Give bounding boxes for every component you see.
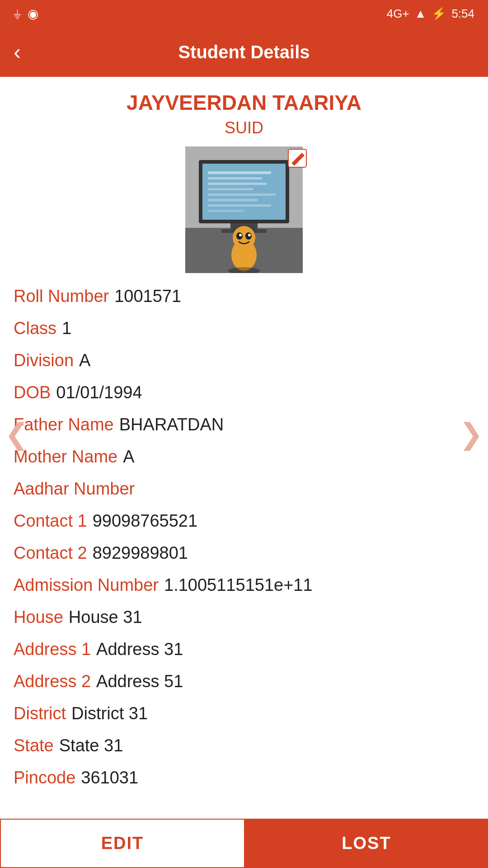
detail-row-0: Roll Number1001571	[14, 287, 474, 306]
detail-row-8: Contact 28929989801	[14, 543, 474, 563]
detail-row-11: Address 1Address 31	[14, 640, 474, 659]
edit-button[interactable]: EDIT	[0, 819, 245, 868]
detail-value-15: 361031	[81, 768, 138, 788]
detail-row-7: Contact 199098765521	[14, 511, 474, 531]
detail-value-10: House 31	[69, 608, 142, 627]
detail-value-13: District 31	[71, 704, 148, 723]
photo-placeholder	[185, 146, 303, 273]
svg-rect-10	[208, 193, 276, 196]
detail-label-10: House	[14, 608, 63, 627]
detail-label-2: Division	[14, 351, 74, 370]
sim-icon: ◉	[28, 6, 38, 21]
photo-svg	[185, 146, 303, 273]
svg-rect-9	[208, 188, 253, 190]
detail-row-3: DOB01/01/1994	[14, 383, 474, 402]
page-title: Student Details	[178, 42, 310, 62]
signal-icon: ▲	[415, 7, 427, 21]
detail-label-3: DOB	[14, 383, 51, 402]
student-name: JAYVEERDAN TAARIYA	[127, 90, 361, 115]
detail-value-0: 1001571	[114, 287, 181, 306]
detail-value-9: 1.1005115151e+11	[164, 576, 313, 595]
detail-row-1: Class1	[14, 319, 474, 338]
detail-value-12: Address 51	[96, 672, 183, 691]
detail-label-1: Class	[14, 319, 56, 338]
detail-value-2: A	[79, 351, 90, 370]
detail-row-12: Address 2Address 51	[14, 672, 474, 691]
detail-row-13: DistrictDistrict 31	[14, 704, 474, 723]
svg-rect-8	[208, 183, 267, 185]
svg-point-15	[233, 226, 255, 250]
nav-right-button[interactable]: ❯	[459, 417, 483, 451]
detail-label-8: Contact 2	[14, 543, 87, 563]
detail-label-5: Mother Name	[14, 447, 117, 467]
detail-label-6: Aadhar Number	[14, 479, 135, 499]
svg-rect-13	[208, 210, 244, 212]
detail-value-14: State 31	[59, 736, 123, 755]
detail-value-4: BHARATDAN	[119, 415, 224, 434]
detail-row-15: Pincode361031	[14, 768, 474, 788]
detail-row-14: StateState 31	[14, 736, 474, 755]
detail-row-6: Aadhar Number	[14, 479, 474, 499]
svg-rect-6	[208, 171, 271, 174]
battery-icon: ⚡	[432, 7, 446, 21]
svg-point-19	[248, 234, 251, 236]
detail-value-7: 99098765521	[93, 511, 197, 531]
detail-label-7: Contact 1	[14, 511, 87, 531]
detail-label-14: State	[14, 736, 54, 755]
app-bar: ‹ Student Details	[0, 27, 488, 77]
detail-row-9: Admission Number1.1005115151e+11	[14, 576, 474, 595]
detail-value-5: A	[123, 447, 134, 467]
detail-label-11: Address 1	[14, 640, 91, 659]
bottom-buttons: EDIT LOST	[0, 818, 488, 868]
svg-rect-12	[208, 204, 271, 207]
details-list: Roll Number1001571Class1DivisionADOB01/0…	[9, 287, 479, 800]
detail-label-12: Address 2	[14, 672, 91, 691]
usb-icon: ⏚	[14, 6, 21, 21]
back-button[interactable]: ‹	[14, 41, 21, 63]
main-content: JAYVEERDAN TAARIYA SUID	[0, 77, 488, 818]
detail-value-1: 1	[62, 319, 71, 338]
network-indicator: 4G+	[387, 7, 409, 21]
detail-label-13: District	[14, 704, 66, 723]
nav-left-button[interactable]: ❮	[5, 417, 29, 451]
edit-photo-button[interactable]	[287, 148, 307, 173]
student-suid: SUID	[225, 118, 263, 137]
detail-row-5: Mother NameA	[14, 447, 474, 467]
edit-icon	[287, 148, 307, 168]
detail-value-8: 8929989801	[93, 543, 188, 563]
photo-container	[185, 146, 303, 273]
detail-label-15: Pincode	[14, 768, 75, 788]
detail-value-3: 01/01/1994	[56, 383, 142, 402]
svg-point-18	[239, 234, 242, 236]
detail-label-0: Roll Number	[14, 287, 109, 306]
lost-button[interactable]: LOST	[245, 819, 488, 868]
svg-rect-7	[208, 177, 262, 179]
detail-label-9: Admission Number	[14, 576, 159, 595]
detail-row-4: Father NameBHARATDAN	[14, 415, 474, 434]
detail-row-10: HouseHouse 31	[14, 608, 474, 627]
svg-rect-11	[208, 199, 258, 201]
detail-row-2: DivisionA	[14, 351, 474, 370]
detail-value-11: Address 31	[96, 640, 183, 659]
student-photo	[185, 146, 303, 273]
time-display: 5:54	[451, 7, 474, 21]
status-bar: ⏚ ◉ 4G+ ▲ ⚡ 5:54	[0, 0, 488, 27]
